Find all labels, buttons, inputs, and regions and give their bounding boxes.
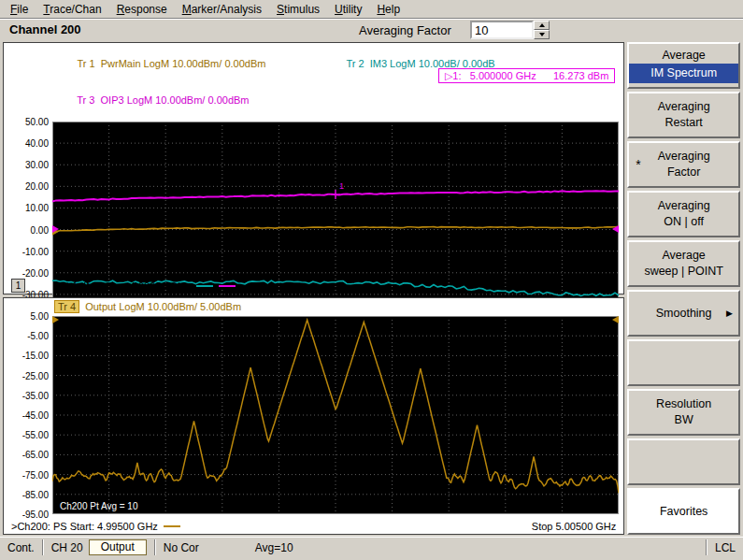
y-axis-tick-label: -15.00 — [4, 351, 49, 361]
point-average-note: Ch200 Pt Avg = 10 — [60, 501, 138, 511]
y-axis-tick-label: -55.00 — [4, 430, 49, 440]
softkey-average-im-spectrum[interactable]: AverageIM Spectrum — [627, 42, 740, 89]
averaging-factor-label: Averaging Factor — [359, 23, 451, 37]
y-axis-tick-label: -65.00 — [4, 450, 49, 460]
softkey-label: Favorites — [660, 504, 707, 520]
y-axis-tick-label: -75.00 — [4, 470, 49, 481]
y-axis-tick-label: -35.00 — [4, 391, 49, 401]
y-axis-tick-label: -20.00 — [4, 268, 49, 279]
softkey-label: BW — [675, 412, 693, 428]
y-axis-tick-label: 5.00 — [4, 311, 49, 322]
y-axis-tick-label: -85.00 — [4, 490, 49, 500]
channel1-badge[interactable]: 1 — [11, 279, 25, 293]
spectrum-stop-label: Stop 5.00500 GHz — [532, 521, 617, 532]
trace4-badge[interactable]: Tr 4 — [54, 300, 79, 313]
averaging-status: Avg=10 — [255, 541, 293, 554]
spinner-down-icon[interactable] — [534, 30, 550, 39]
status-bar: Cont. CH 20 Output No Cor Avg=10 LCL — [0, 537, 743, 557]
menu-bar: FileTrace/ChanResponseMarker/AnalysisSti… — [0, 0, 743, 19]
correction-status: No Cor — [164, 541, 199, 554]
output-spectrum-plot[interactable] — [52, 316, 619, 514]
softkey-blank-6 — [627, 339, 740, 386]
y-axis-tick-label: 10.00 — [4, 203, 49, 213]
averaging-factor-spinner — [534, 21, 550, 39]
menu-trace-chan[interactable]: Trace/Chan — [36, 2, 108, 17]
softkey-averaging-factor[interactable]: *AveragingFactor — [627, 141, 740, 188]
sweep-mode-status: Cont. — [7, 541, 35, 554]
spectrum-footer: >Ch200: PS Start: 4.99500 GHz Stop 5.005… — [4, 519, 623, 533]
trace4-legend-row: Tr 4Output LogM 10.00dBm/ 5.00dBm — [4, 298, 623, 313]
trace1-legend[interactable]: Tr 1 PwrMain LogM 10.00dBm/ 0.00dBm — [77, 58, 346, 70]
softkey-label: Resolution — [656, 396, 711, 412]
menu-stimulus[interactable]: Stimulus — [269, 2, 327, 17]
imd-start-label: Ch1: IMD Start 4.00000 GHz — [59, 280, 191, 292]
imd-footer: 1 Ch1: IMD Start 4.00000 GHz Stop 6.0000… — [4, 279, 623, 293]
softkey-averaging-on-off[interactable]: AveragingON | off — [627, 191, 740, 237]
imd-sweep-window: Tr 1 PwrMain LogM 10.00dBm/ 0.00dBmTr 2 … — [3, 42, 624, 294]
softkey-resolution-bw[interactable]: ResolutionBW — [627, 389, 740, 436]
softkey-blank-8 — [627, 438, 740, 485]
y-axis-tick-label: 0.00 — [4, 225, 49, 236]
softkey-menu: AverageIM SpectrumAveragingRestart*Avera… — [627, 42, 740, 535]
softkey-average-sweep-point[interactable]: Averagesweep | POINT — [627, 240, 740, 287]
softkey-averaging-restart[interactable]: AveragingRestart — [627, 92, 740, 138]
status-separator — [154, 539, 156, 555]
submenu-arrow-icon: ▶ — [726, 309, 733, 318]
y-axis-tick-label: -25.00 — [4, 371, 49, 381]
y-axis-tick-label: 50.00 — [4, 117, 49, 127]
y-axis-tick-label: 30.00 — [4, 160, 49, 170]
status-separator — [42, 539, 44, 555]
output-field[interactable]: Output — [89, 539, 147, 555]
softkey-label: Averaging — [658, 99, 710, 115]
averaging-factor-input[interactable] — [470, 21, 534, 39]
softkey-label: Average — [662, 48, 705, 64]
softkey-label: IM Spectrum — [629, 64, 738, 83]
active-channel-status: CH 20 — [51, 541, 83, 554]
header-row: Channel 200 Averaging Factor — [0, 19, 743, 42]
averaging-factor-control — [470, 21, 550, 39]
output-trace-color-bar — [164, 525, 180, 527]
menu-utility[interactable]: Utility — [327, 2, 369, 17]
softkey-label: Factor — [667, 165, 700, 180]
y-axis-tick-label: -10.00 — [4, 247, 49, 257]
softkey-label: Averaging — [658, 198, 710, 214]
menu-file[interactable]: File — [3, 2, 36, 17]
local-remote-status: LCL — [715, 541, 736, 554]
softkey-label: ON | off — [664, 214, 704, 230]
output-spectrum-window: Tr 4Output LogM 10.00dBm/ 5.00dBm 5.00-5… — [3, 297, 624, 535]
status-separator — [706, 539, 707, 555]
oip3-trace-color-bar — [219, 285, 236, 287]
im3-trace-color-bar — [196, 285, 213, 287]
softkey-label: sweep | POINT — [644, 264, 723, 280]
channel-title: Channel 200 — [9, 22, 81, 36]
menu-response[interactable]: Response — [109, 2, 175, 17]
trace3-legend[interactable]: Tr 3 OIP3 LogM 10.00dBm/ 0.00dBm — [77, 94, 249, 106]
trace-legend-row-2: Tr 3 OIP3 LogM 10.00dBm/ 0.00dBm — [4, 82, 623, 119]
trace4-legend[interactable]: Output LogM 10.00dBm/ 5.00dBm — [85, 301, 241, 312]
y-axis-tick-label: -5.00 — [4, 331, 49, 341]
svg-text:1: 1 — [339, 181, 344, 191]
menu-marker-analysis[interactable]: Marker/Analysis — [175, 2, 269, 17]
softkey-favorites[interactable]: Favorites — [627, 488, 740, 535]
imd-stop-label: Stop 6.00000 GHz — [532, 280, 617, 292]
y-axis-tick-label: -45.00 — [4, 410, 49, 421]
spectrum-plot-area: 5.00-5.00-15.00-25.00-35.00-45.00-55.00-… — [4, 316, 623, 514]
spectrum-start-label: >Ch200: PS Start: 4.99500 GHz — [11, 521, 158, 532]
spinner-up-icon[interactable] — [534, 21, 550, 30]
softkey-label: Restart — [665, 115, 703, 131]
softkey-label: Averaging — [658, 149, 710, 165]
softkey-label: Smoothing — [656, 306, 712, 322]
softkey-smoothing[interactable]: Smoothing▶ — [627, 290, 740, 337]
menu-help[interactable]: Help — [369, 2, 407, 17]
softkey-label: Average — [662, 248, 705, 264]
y-axis-tick-label: 20.00 — [4, 181, 49, 192]
plot-column: Tr 1 PwrMain LogM 10.00dBm/ 0.00dBmTr 2 … — [3, 42, 624, 535]
active-function-asterisk: * — [636, 157, 640, 172]
y-axis-tick-label: 40.00 — [4, 138, 49, 149]
marker1-readout: ▷1: 5.000000 GHz 16.273 dBm — [438, 68, 615, 83]
